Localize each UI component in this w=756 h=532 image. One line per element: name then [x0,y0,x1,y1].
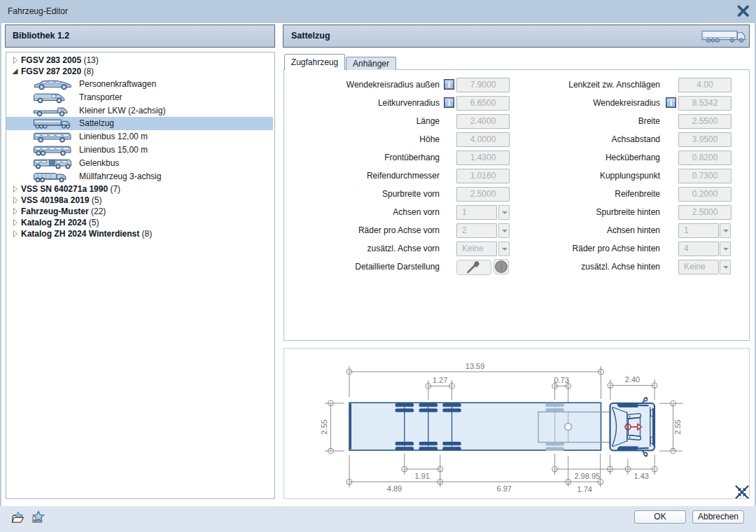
svg-text:2.55: 2.55 [673,419,682,434]
svg-text:1.43: 1.43 [634,472,648,480]
svg-text:4.89: 4.89 [387,484,402,493]
svg-text:1.91: 1.91 [415,472,430,480]
svg-text:1.74: 1.74 [578,485,592,493]
svg-text:2.40: 2.40 [625,375,640,384]
svg-text:1.27: 1.27 [433,376,447,384]
svg-text:0.73: 0.73 [554,376,568,384]
svg-text:6.97: 6.97 [497,484,512,493]
svg-text:2.55: 2.55 [320,419,328,434]
svg-text:2.98.95: 2.98.95 [574,472,600,480]
svg-text:13.59: 13.59 [465,362,485,370]
